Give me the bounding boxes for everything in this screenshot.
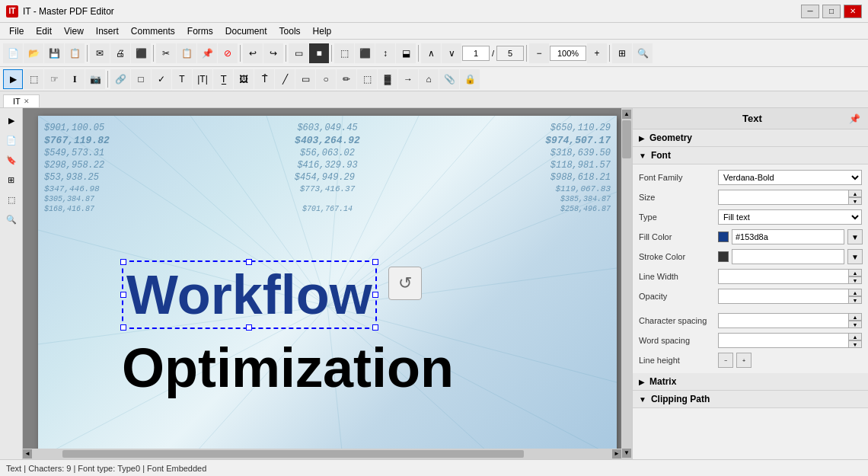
- size-up-btn[interactable]: ▲: [848, 190, 862, 197]
- undo-button[interactable]: ↩: [243, 43, 263, 63]
- clipping-section-header[interactable]: ▼ Clipping Path: [633, 391, 868, 408]
- rect-button[interactable]: ▭: [289, 43, 308, 63]
- handle-ml[interactable]: [120, 292, 126, 298]
- save-button[interactable]: 💾: [44, 43, 64, 63]
- close-button[interactable]: ✕: [844, 5, 862, 18]
- rect-anno-tool[interactable]: □: [131, 69, 151, 89]
- panel-pin-icon[interactable]: 📌: [849, 113, 860, 124]
- font-section-header[interactable]: ▼ Font: [633, 147, 868, 165]
- open-button[interactable]: 📂: [24, 43, 43, 63]
- attach-tool[interactable]: 📎: [439, 69, 459, 89]
- text-select-tool[interactable]: 𝐈: [65, 69, 85, 89]
- line-height-down-btn[interactable]: −: [718, 353, 733, 368]
- image-tool[interactable]: 🖼: [234, 69, 254, 89]
- horizontal-scrollbar[interactable]: ◄ ►: [23, 449, 621, 459]
- crop-tool[interactable]: ⬚: [357, 69, 377, 89]
- edit-text-tool[interactable]: T̂: [254, 69, 274, 89]
- save-as-button[interactable]: 📋: [65, 43, 85, 63]
- redo-button[interactable]: ↪: [263, 43, 283, 63]
- paste-button[interactable]: 📌: [197, 43, 217, 63]
- highlight-tool[interactable]: ▓: [378, 69, 397, 89]
- split-button[interactable]: ⬓: [396, 43, 416, 63]
- menu-forms[interactable]: Forms: [181, 24, 219, 38]
- handle-bl[interactable]: [120, 324, 126, 331]
- menu-help[interactable]: Help: [307, 24, 338, 38]
- copy-button[interactable]: 📋: [177, 43, 196, 63]
- word-spacing-up-btn[interactable]: ▲: [848, 333, 862, 340]
- menu-edit[interactable]: Edit: [30, 24, 58, 38]
- sidebar-layers-tool[interactable]: ⊞: [2, 171, 21, 189]
- geometry-section-header[interactable]: ▶ Geometry: [633, 129, 868, 147]
- ellipse-tool[interactable]: ○: [316, 69, 336, 89]
- tab-close-icon[interactable]: ✕: [24, 97, 30, 105]
- minimize-button[interactable]: ─: [801, 5, 819, 18]
- print-button[interactable]: 🖨: [110, 43, 130, 63]
- stroke-color-input[interactable]: Black: [732, 249, 844, 264]
- menu-comments[interactable]: Comments: [125, 24, 181, 38]
- opacity-down-btn[interactable]: ▼: [848, 296, 862, 304]
- hscrollbar-thumb[interactable]: [62, 450, 524, 458]
- tab-it[interactable]: IT ✕: [3, 94, 40, 107]
- fill-color-picker-btn[interactable]: ▼: [847, 229, 863, 244]
- optimization-text[interactable]: Optimization: [122, 337, 454, 399]
- sidebar-page-tool[interactable]: 📄: [2, 131, 21, 149]
- cut-button[interactable]: ✂: [156, 43, 176, 63]
- sidebar-forms-tool[interactable]: ⬚: [2, 190, 21, 209]
- opacity-input[interactable]: 100%: [718, 289, 848, 304]
- text-tool3[interactable]: T̲: [213, 69, 233, 89]
- select-tool[interactable]: ▶: [3, 69, 23, 89]
- zoom-out-button[interactable]: −: [529, 43, 549, 63]
- handle-tl[interactable]: [120, 259, 126, 265]
- link-tool[interactable]: 🔗: [110, 69, 130, 89]
- arrow-tool[interactable]: →: [398, 69, 418, 89]
- sidebar-bookmark-tool[interactable]: 🔖: [2, 151, 21, 169]
- no-button[interactable]: ⊘: [218, 43, 238, 63]
- snapshot-tool[interactable]: 📷: [85, 69, 105, 89]
- fill-button[interactable]: ■: [309, 43, 329, 63]
- size-input[interactable]: 1: [718, 190, 848, 205]
- text-field-tool[interactable]: T: [172, 69, 192, 89]
- matrix-section-header[interactable]: ▶ Matrix: [633, 373, 868, 391]
- fill-color-input[interactable]: #153d8a: [732, 229, 844, 244]
- stroke-color-picker-btn[interactable]: ▼: [847, 249, 863, 264]
- menu-document[interactable]: Document: [219, 24, 273, 38]
- menu-view[interactable]: View: [58, 24, 90, 38]
- handle-bm[interactable]: [246, 324, 252, 331]
- sidebar-select-tool[interactable]: ▶: [2, 111, 21, 129]
- prev-button[interactable]: ∧: [421, 43, 441, 63]
- delete-page-button[interactable]: ⬛: [355, 43, 375, 63]
- handle-mr[interactable]: [372, 292, 378, 298]
- stamp-tool[interactable]: ⌂: [419, 69, 439, 89]
- print2-button[interactable]: ⬛: [131, 43, 151, 63]
- stroke-color-swatch[interactable]: [718, 251, 729, 262]
- email-button[interactable]: ✉: [90, 43, 110, 63]
- size-down-btn[interactable]: ▼: [848, 197, 862, 205]
- word-spacing-down-btn[interactable]: ▼: [848, 340, 862, 348]
- line-width-down-btn[interactable]: ▼: [848, 276, 862, 284]
- line-width-input[interactable]: 1: [718, 269, 848, 284]
- hand-tool[interactable]: ☞: [44, 69, 64, 89]
- insert-page-button[interactable]: ⬚: [334, 43, 354, 63]
- sidebar-search-tool[interactable]: 🔍: [2, 210, 21, 228]
- new-button[interactable]: 📄: [3, 43, 23, 63]
- menu-tools[interactable]: Tools: [273, 24, 307, 38]
- rect-draw-tool[interactable]: ▭: [295, 69, 315, 89]
- protect-tool[interactable]: 🔒: [460, 69, 480, 89]
- rotate-button[interactable]: ↕: [375, 43, 395, 63]
- line-height-up-btn[interactable]: +: [736, 353, 752, 368]
- char-spacing-down-btn[interactable]: ▼: [848, 321, 862, 328]
- opacity-up-btn[interactable]: ▲: [848, 289, 862, 296]
- next-button[interactable]: ∨: [442, 43, 461, 63]
- zoom-in-button[interactable]: +: [587, 43, 607, 63]
- maximize-button[interactable]: □: [822, 5, 841, 18]
- text-tool2[interactable]: |T|: [193, 69, 212, 89]
- document-area[interactable]: $901,100.05$603,049.45$650,110.29 $767,1…: [23, 108, 632, 459]
- char-spacing-up-btn[interactable]: ▲: [848, 313, 862, 321]
- view-button[interactable]: ⊞: [612, 43, 632, 63]
- handle-tm[interactable]: [246, 259, 252, 265]
- font-family-select[interactable]: Verdana-Bold: [718, 170, 862, 185]
- scrollbar-thumb[interactable]: [622, 120, 631, 158]
- char-spacing-input[interactable]: 0.01: [718, 313, 848, 328]
- select-rect-tool[interactable]: ⬚: [24, 69, 43, 89]
- line-width-up-btn[interactable]: ▲: [848, 269, 862, 276]
